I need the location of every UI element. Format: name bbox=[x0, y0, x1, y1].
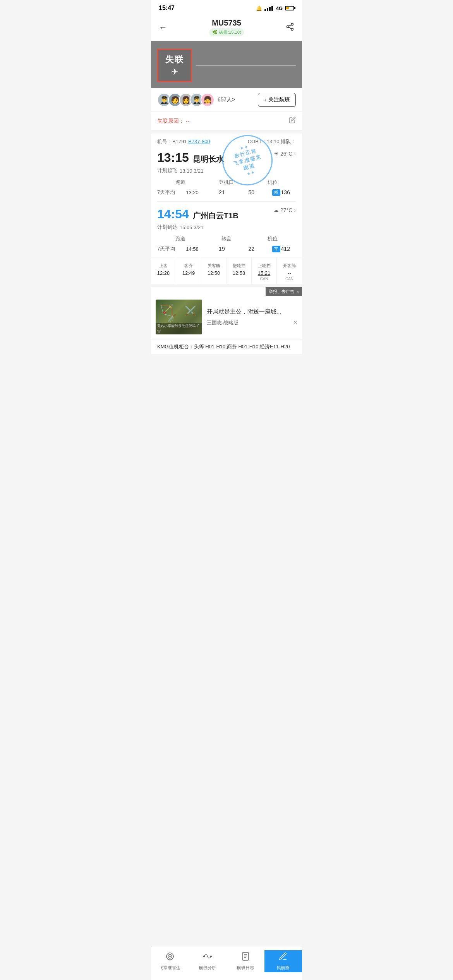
arr-runway-val: 19 bbox=[207, 246, 237, 252]
arr-position: 车 412 bbox=[266, 246, 296, 252]
ad-title[interactable]: 开局就是主公，附送一座城... bbox=[207, 307, 297, 315]
dep-plan-time: 13:10 3/21 bbox=[180, 168, 203, 174]
dep-runway-val: 21 bbox=[207, 189, 237, 195]
boarding-start-time: 12:28 bbox=[157, 270, 170, 276]
dep-temp: 26°C bbox=[280, 151, 292, 157]
battery-icon bbox=[285, 6, 294, 10]
arr-runway-label: 跑道 bbox=[157, 235, 203, 242]
bottom-ticker: KMG值机柜台：头等 H01-H10;商务 H01-H10;经济E11-H20 bbox=[151, 339, 302, 354]
ad-section: 举报、去广告 × 🏹 ⚔️ 🗡️ 无名小卒能射杀彼征伐吗 广告 开局就是主公，附… bbox=[151, 287, 302, 339]
dep-runway-header: 跑道 登机口 机位 bbox=[157, 177, 296, 187]
passengers-full: 客齐 12:49 bbox=[176, 257, 201, 284]
ad-content: 🏹 ⚔️ 🗡️ 无名小卒能射杀彼征伐吗 广告 开局就是主公，附送一座城... 三… bbox=[156, 300, 297, 334]
cobt: COBT：13:10 排队： bbox=[248, 138, 296, 145]
follow-button[interactable]: + 关注航班 bbox=[258, 93, 296, 107]
svg-line-4 bbox=[289, 24, 291, 26]
boarding-start: 上客 12:28 bbox=[151, 257, 176, 284]
dep-weather[interactable]: ☀ 26°C › bbox=[274, 151, 296, 157]
cabin-closed: 关客舱 12:50 bbox=[201, 257, 226, 284]
dep-runway-label: 跑道 bbox=[157, 179, 203, 186]
dep-time: 13:15 bbox=[157, 151, 189, 165]
cabin-closed-time: 12:50 bbox=[208, 270, 220, 276]
ad-source: 三国志·战略版 bbox=[207, 319, 239, 326]
car-badge: 车 bbox=[272, 246, 280, 252]
reason-value: -- bbox=[186, 118, 189, 124]
dep-position: 桥 136 bbox=[266, 189, 296, 196]
status-bar: 15:47 🔔 4G bbox=[151, 0, 302, 15]
cabin-closed-label: 关客舱 bbox=[208, 263, 220, 269]
chevron-right-icon: › bbox=[294, 207, 296, 213]
arr-avg-time: 14:58 bbox=[177, 246, 207, 252]
arr-plan-time: 15:05 3/21 bbox=[180, 224, 203, 230]
flight-meta: 机号：B1791 B737-800 COBT：13:10 排队： bbox=[157, 138, 296, 145]
dep-info: 13:15 昆明长水 bbox=[157, 151, 224, 165]
arr-runway-header: 跑道 转盘 机位 bbox=[157, 234, 296, 244]
chocks-on-time: 15:21 bbox=[258, 270, 271, 276]
chocks-removed-label: 撤轮挡 bbox=[233, 263, 245, 269]
plane-model[interactable]: B737-800 bbox=[188, 139, 210, 144]
chocks-on-label: 上轮挡 bbox=[258, 263, 271, 269]
edit-icon[interactable] bbox=[289, 117, 296, 125]
avatar-group: 👨‍✈️ 🧑 👩 👨‍✈️ 👧 bbox=[157, 93, 214, 107]
cabin-open-sub: CAN bbox=[285, 277, 293, 281]
ad-source-row: 三国志·战略版 × bbox=[207, 319, 297, 327]
cloud-icon: ☁ bbox=[273, 207, 279, 213]
ad-close-button[interactable]: × bbox=[293, 319, 297, 327]
plane-id: 机号：B1791 B737-800 bbox=[157, 138, 210, 145]
avatar: 👧 bbox=[201, 93, 214, 107]
dep-position-val: 136 bbox=[281, 189, 290, 195]
signal-icon bbox=[264, 6, 273, 11]
reason-label: 失联原因： bbox=[157, 118, 184, 125]
arr-avg-row: 7天平均 14:58 19 22 车 412 bbox=[157, 245, 296, 252]
ad-image[interactable]: 🏹 ⚔️ 🗡️ 无名小卒能射杀彼征伐吗 广告 bbox=[156, 300, 202, 334]
flight-card: 机号：B1791 B737-800 COBT：13:10 排队： 13:15 昆… bbox=[151, 134, 302, 257]
cabin-open-label: 开客舱 bbox=[283, 263, 296, 269]
lost-signal-text: 失联 bbox=[165, 54, 184, 65]
arrival-row: 14:54 广州白云T1B ☁ 27°C › bbox=[157, 207, 296, 221]
status-time: 15:47 bbox=[159, 5, 175, 12]
boarding-start-label: 上客 bbox=[159, 263, 168, 269]
ground-ops: 上客 12:28 客齐 12:49 关客舱 12:50 撤轮挡 12:58 上轮… bbox=[151, 257, 302, 284]
arr-plan-label: 计划到达 bbox=[157, 224, 177, 231]
chocks-on: 上轮挡 15:21 CAN bbox=[252, 257, 277, 284]
ad-report-close[interactable]: × bbox=[297, 290, 299, 294]
svg-point-2 bbox=[291, 28, 293, 30]
arr-carousel-val: 22 bbox=[237, 246, 266, 252]
arr-weather[interactable]: ☁ 27°C › bbox=[273, 207, 296, 213]
ad-report-label[interactable]: 举报、去广告 bbox=[269, 289, 294, 295]
sun-icon: ☀ bbox=[274, 151, 279, 157]
carbon-badge: 🌿 碳排:15.10t bbox=[209, 28, 244, 36]
arr-plan-row: 计划到达 15:05 3/21 bbox=[157, 224, 296, 231]
bridge-badge: 桥 bbox=[272, 189, 280, 196]
reason-section: 失联原因： -- bbox=[151, 112, 302, 130]
dep-position-label: 机位 bbox=[250, 179, 296, 186]
arr-avg-label: 7天平均 bbox=[157, 245, 175, 252]
svg-point-0 bbox=[291, 23, 293, 25]
arr-position-val: 412 bbox=[281, 246, 290, 252]
dep-plan-row: 计划起飞 13:10 3/21 bbox=[157, 167, 296, 174]
chocks-on-sub: CAN bbox=[260, 277, 268, 281]
plane-icon: ✈ bbox=[171, 67, 178, 77]
lost-signal-section: 失联 ✈ bbox=[151, 41, 302, 88]
carbon-label: 碳排:15.10t bbox=[219, 29, 241, 35]
flight-number: MU5735 bbox=[209, 19, 244, 27]
svg-point-1 bbox=[287, 26, 289, 28]
back-button[interactable]: ← bbox=[157, 21, 169, 34]
arr-info: 14:54 广州白云T1B bbox=[157, 207, 239, 221]
share-button[interactable] bbox=[284, 21, 296, 34]
divider bbox=[157, 201, 296, 202]
followers-count[interactable]: 657人> bbox=[218, 96, 235, 103]
signal-line bbox=[196, 65, 296, 66]
arr-position-label: 机位 bbox=[250, 235, 296, 242]
lost-signal-box: 失联 ✈ bbox=[157, 49, 192, 82]
cabin-open-time: -- bbox=[288, 270, 291, 276]
departure-row: 13:15 昆明长水 ☀ 26°C › ★ ★ 放行正常 飞常准鉴定 跑道 ★ … bbox=[157, 151, 296, 165]
passengers-full-time: 12:49 bbox=[182, 270, 195, 276]
follow-label: 关注航班 bbox=[268, 96, 290, 103]
arr-carousel-label: 转盘 bbox=[203, 235, 249, 242]
leaf-icon: 🌿 bbox=[212, 30, 218, 35]
ad-report-bar: 举报、去广告 × bbox=[266, 287, 302, 296]
chocks-removed-time: 12:58 bbox=[233, 270, 245, 276]
arr-airport: 广州白云T1B bbox=[193, 211, 239, 221]
cabin-open: 开客舱 -- CAN bbox=[277, 257, 302, 284]
